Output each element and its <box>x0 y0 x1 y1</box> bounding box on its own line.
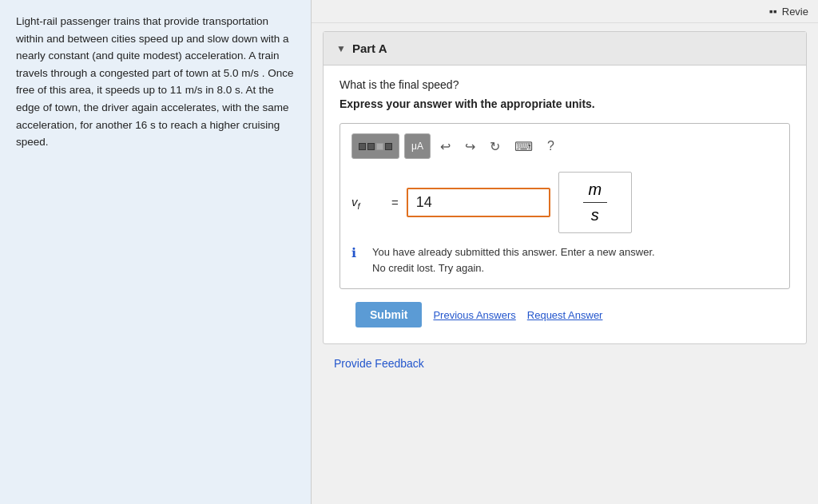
submit-button[interactable]: Submit <box>355 302 422 327</box>
part-section: ▼ Part A What is the final speed? Expres… <box>323 31 807 344</box>
formula-toolbar: μA ↩ ↪ ↻ ⌨ ? <box>351 133 778 159</box>
error-sub: No credit lost. Try again. <box>372 262 484 274</box>
keyboard-button[interactable]: ⌨ <box>510 136 538 157</box>
fraction-denominator: s <box>591 206 599 224</box>
review-button[interactable]: ▪▪ Revie <box>769 5 808 18</box>
symbol-button[interactable]: μA <box>404 133 431 159</box>
review-icon: ▪▪ <box>769 5 777 18</box>
part-title: Part A <box>352 42 387 55</box>
part-header[interactable]: ▼ Part A <box>324 32 806 65</box>
error-message: ℹ You have already submitted this answer… <box>351 244 778 276</box>
problem-text: Light-rail passenger trains that provide… <box>16 13 295 151</box>
input-row: vf = m s <box>351 172 778 233</box>
problem-text-panel: Light-rail passenger trains that provide… <box>0 0 312 504</box>
redo-icon: ↪ <box>465 140 475 153</box>
question-text: What is the final speed? <box>340 78 790 91</box>
keyboard-icon: ⌨ <box>514 140 533 153</box>
top-bar: ▪▪ Revie <box>312 0 818 23</box>
variable-label: vf <box>351 195 383 211</box>
refresh-icon: ↻ <box>490 140 500 153</box>
previous-answers-button[interactable]: Previous Answers <box>433 309 515 321</box>
answer-box: μA ↩ ↪ ↻ ⌨ ? <box>340 123 790 289</box>
answer-panel: ▪▪ Revie ▼ Part A What is the final spee… <box>312 0 818 504</box>
undo-icon: ↩ <box>440 140 451 153</box>
symbol-label: μA <box>411 141 423 152</box>
action-row: Submit Previous Answers Request Answer <box>355 302 790 327</box>
equals-sign: = <box>391 196 399 209</box>
squares-icon <box>359 143 392 150</box>
refresh-button[interactable]: ↻ <box>485 136 505 157</box>
template-button[interactable] <box>351 133 399 159</box>
help-icon: ? <box>547 139 554 153</box>
units-fraction: m s <box>558 172 632 233</box>
undo-button[interactable]: ↩ <box>435 136 455 157</box>
redo-button[interactable]: ↪ <box>460 136 480 157</box>
provide-feedback-link[interactable]: Provide Feedback <box>334 357 796 370</box>
review-label: Revie <box>782 6 808 18</box>
chevron-down-icon: ▼ <box>336 43 346 54</box>
request-answer-button[interactable]: Request Answer <box>527 309 603 321</box>
part-body: What is the final speed? Express your an… <box>324 65 806 343</box>
fraction-numerator: m <box>588 181 602 199</box>
variable-subscript: f <box>358 201 360 211</box>
fraction-line <box>583 202 607 203</box>
answer-input[interactable] <box>407 188 550 217</box>
info-icon: ℹ <box>351 245 366 260</box>
question-instruction: Express your answer with the appropriate… <box>340 97 790 110</box>
error-main: You have already submitted this answer. … <box>372 246 655 258</box>
help-button[interactable]: ? <box>542 136 559 157</box>
error-text: You have already submitted this answer. … <box>372 244 655 276</box>
